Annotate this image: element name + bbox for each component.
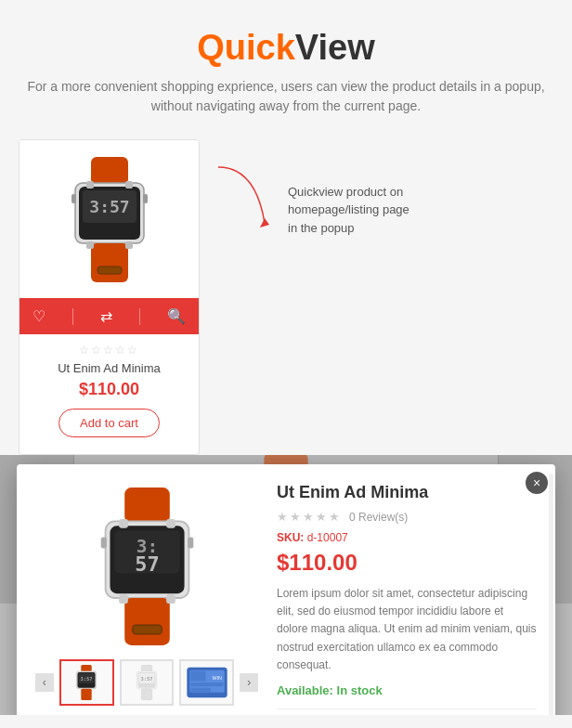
svg-rect-38 (166, 519, 176, 528)
annotation-text-box: Quickview product on homepage/listing pa… (283, 178, 414, 242)
product-card: 3:57 (19, 139, 200, 455)
popup-modal: × (17, 464, 555, 715)
svg-rect-35 (124, 598, 170, 645)
thumb-prev-button[interactable]: ‹ (35, 673, 54, 692)
header-section: QuickView For a more convenient shopping… (0, 0, 572, 130)
page-title: QuickView (19, 28, 553, 68)
popup-thumbnails: ‹ 3:57 (35, 659, 258, 706)
svg-rect-36 (132, 625, 162, 634)
search-icon[interactable]: 🔍 (167, 307, 186, 325)
product-card-actions: ♡ ⇄ 🔍 (20, 298, 199, 334)
compare-icon[interactable]: ⇄ (100, 307, 112, 325)
thumbnail-3[interactable]: WIN (179, 659, 234, 706)
popup-body: 3: 57 (17, 464, 555, 715)
add-to-cart-button-small[interactable]: Add to cart (58, 409, 160, 437)
action-divider-2 (139, 308, 140, 325)
svg-rect-12 (125, 241, 133, 249)
thumb-watch-orange: 3:57 (64, 665, 109, 700)
popup-product-info: Ut Enim Ad Minima ★★★★★ 0 Review(s) SKU:… (277, 483, 537, 715)
content-area: 3:57 (0, 130, 572, 715)
svg-rect-10 (125, 181, 133, 188)
svg-text:3:57: 3:57 (89, 197, 129, 216)
product-card-image: 3:57 (20, 140, 199, 298)
svg-rect-6 (143, 194, 148, 203)
thumbnail-1[interactable]: 3:57 (59, 659, 114, 706)
title-quick: Quick (197, 28, 295, 67)
product-card-info: ☆☆☆☆☆ Ut Enim Ad Minima $110.00 Add to c… (20, 334, 199, 454)
svg-text:3:57: 3:57 (141, 676, 153, 682)
thumb-watch-white: 3:57 (124, 665, 169, 700)
annotation-section: Quickview product on homepage/listing pa… (209, 158, 414, 241)
popup-scrollbar[interactable] (549, 474, 553, 715)
sku-label: SKU: (277, 531, 304, 544)
popup-product-name: Ut Enim Ad Minima (277, 483, 537, 502)
product-stars-small: ☆☆☆☆☆ (29, 344, 189, 357)
watch-main-image: 3: 57 (75, 488, 219, 645)
bottom-section: It Esse C... 00 $... dd to ca... 3:57 (0, 455, 572, 715)
svg-rect-11 (86, 241, 94, 249)
svg-text:3:57: 3:57 (81, 676, 93, 682)
svg-rect-52 (141, 689, 151, 700)
popup-review-count: 0 Review(s) (349, 511, 408, 524)
product-price-small: $110.00 (29, 380, 189, 399)
thumbnail-2[interactable]: 3:57 (120, 659, 175, 706)
popup-price: $110.00 (277, 550, 537, 576)
wishlist-icon[interactable]: ♡ (32, 307, 46, 325)
popup-images: 3: 57 (35, 483, 258, 715)
action-divider (72, 308, 73, 325)
svg-rect-41 (81, 665, 91, 672)
annotation-arrow (209, 158, 283, 241)
svg-rect-47 (141, 665, 151, 672)
title-view: View (295, 28, 375, 67)
svg-rect-57 (190, 688, 210, 692)
svg-rect-40 (166, 594, 176, 604)
svg-rect-8 (98, 266, 122, 274)
popup-main-image: 3: 57 (35, 483, 258, 650)
popup-description: Lorem ipsum dolor sit amet, consectetur … (277, 585, 537, 674)
product-name-small: Ut Enim Ad Minima (29, 361, 189, 375)
svg-rect-27 (124, 488, 170, 524)
arrow-annotation: Quickview product on homepage/listing pa… (209, 158, 414, 241)
popup-stars: ★★★★★ (277, 510, 342, 524)
annotation-text: Quickview product on homepage/listing pa… (288, 183, 410, 238)
svg-text:WIN: WIN (212, 675, 222, 681)
svg-rect-5 (72, 194, 76, 203)
watch-image-small: 3:57 (58, 157, 161, 282)
svg-rect-0 (91, 157, 128, 185)
svg-rect-9 (86, 181, 94, 188)
thumb-tablet: WIN (185, 665, 229, 700)
header-description: For a more convenient shopping exprience… (19, 77, 553, 116)
svg-text:57: 57 (135, 552, 159, 576)
svg-rect-39 (119, 594, 128, 604)
svg-rect-56 (190, 682, 223, 686)
sku-value: d-10007 (307, 531, 348, 544)
close-icon: × (533, 475, 540, 490)
svg-rect-7 (91, 243, 128, 282)
popup-available: Available: In stock (277, 683, 537, 697)
page-wrapper: QuickView For a more convenient shopping… (0, 0, 572, 728)
svg-rect-33 (100, 537, 106, 548)
svg-marker-13 (260, 218, 269, 228)
svg-rect-37 (119, 519, 128, 528)
thumb-next-button[interactable]: › (240, 673, 258, 692)
popup-sku: SKU: d-10007 (277, 531, 537, 544)
popup-close-button[interactable]: × (526, 472, 548, 494)
svg-rect-46 (81, 689, 91, 700)
svg-rect-55 (190, 671, 205, 682)
available-status: In stock (337, 683, 383, 697)
available-label: Available: (277, 683, 333, 697)
popup-stars-row: ★★★★★ 0 Review(s) (277, 510, 537, 524)
svg-rect-34 (188, 537, 193, 548)
popup-divider (277, 708, 537, 709)
